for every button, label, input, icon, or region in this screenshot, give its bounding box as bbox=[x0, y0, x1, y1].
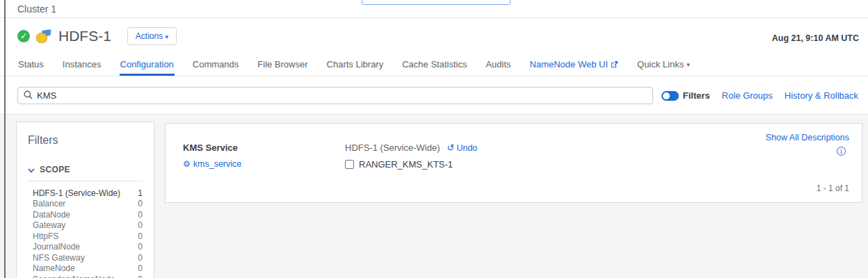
scope-item-count: 1 bbox=[138, 188, 143, 198]
scope-item-httpfs[interactable]: HttpFS 0 bbox=[33, 231, 143, 242]
config-property: KMS Service ⚙ kms_service bbox=[183, 142, 241, 169]
ranger-kms-checkbox[interactable] bbox=[345, 160, 354, 169]
tab-namenode-web-ui[interactable]: NameNode Web UI bbox=[529, 55, 619, 76]
tab-audits[interactable]: Audits bbox=[485, 55, 511, 76]
history-rollback-link[interactable]: History & Rollback bbox=[785, 90, 858, 101]
scope-item-label: HttpFS bbox=[33, 231, 58, 241]
scope-item-journalnode[interactable]: JournalNode 0 bbox=[33, 242, 143, 253]
scope-item-label: NFS Gateway bbox=[33, 253, 85, 263]
tab-configuration[interactable]: Configuration bbox=[120, 55, 175, 76]
scope-item-gateway[interactable]: Gateway 0 bbox=[33, 220, 143, 231]
scope-item-count: 0 bbox=[138, 275, 143, 278]
config-property-id-link[interactable]: kms_service bbox=[193, 159, 241, 169]
actions-button-label: Actions bbox=[136, 31, 163, 41]
pagination-label: 1 - 1 of 1 bbox=[817, 183, 849, 193]
tab-label: Status bbox=[18, 59, 44, 70]
tab-label: Quick Links bbox=[637, 59, 684, 70]
filters-panel-title: Filters bbox=[28, 134, 143, 147]
tab-instances[interactable]: Instances bbox=[62, 55, 102, 76]
scope-item-label: Gateway bbox=[33, 220, 65, 230]
undo-icon: ↺ bbox=[447, 142, 455, 153]
tab-commands[interactable]: Commands bbox=[192, 55, 239, 76]
filters-toggle[interactable]: Filters bbox=[661, 90, 710, 101]
tab-status[interactable]: Status bbox=[17, 55, 45, 76]
scope-section-label: SCOPE bbox=[40, 165, 70, 174]
tab-label: Configuration bbox=[120, 59, 174, 70]
external-link-icon bbox=[611, 60, 618, 68]
config-results-card: Show All Descriptions i KMS Service ⚙ km… bbox=[165, 123, 862, 203]
search-controls: Filters Role Groups History & Rollback bbox=[661, 90, 858, 101]
scope-item-count: 0 bbox=[138, 199, 143, 208]
filters-toggle-label: Filters bbox=[683, 90, 710, 101]
scope-item-secondarynamenode[interactable]: SecondaryNameNode 0 bbox=[33, 274, 143, 278]
tab-label: File Browser bbox=[257, 59, 307, 70]
scope-filter-list: HDFS-1 (Service-Wide) 1 Balancer 0 DataN… bbox=[28, 188, 143, 278]
chevron-down-icon: ▾ bbox=[686, 61, 690, 68]
hdfs-service-icon bbox=[36, 29, 51, 43]
page-header: Cluster 1 ✓ HDFS-1 Actions ▾ Aug 21, 9:1… bbox=[0, 0, 868, 115]
search-box[interactable] bbox=[17, 87, 653, 104]
health-ok-icon: ✓ bbox=[17, 30, 30, 42]
chevron-down-icon bbox=[28, 163, 35, 176]
scope-item-label: Balancer bbox=[33, 199, 65, 208]
role-groups-link[interactable]: Role Groups bbox=[722, 90, 773, 101]
tab-quick-links[interactable]: Quick Links ▾ bbox=[636, 55, 691, 76]
scope-item-count: 0 bbox=[138, 253, 143, 263]
tab-label: Cache Statistics bbox=[402, 59, 467, 70]
clipped-dialog bbox=[362, 0, 511, 5]
tab-label: Instances bbox=[63, 59, 102, 70]
tab-label: Commands bbox=[193, 59, 239, 70]
scope-item-namenode[interactable]: NameNode 0 bbox=[33, 263, 143, 275]
actions-button[interactable]: Actions ▾ bbox=[127, 27, 177, 45]
scope-item-service-wide[interactable]: HDFS-1 (Service-Wide) 1 bbox=[33, 188, 143, 199]
config-scope-label: HDFS-1 (Service-Wide) bbox=[345, 142, 440, 153]
search-icon bbox=[24, 90, 33, 102]
scope-item-count: 0 bbox=[138, 231, 143, 241]
undo-link[interactable]: ↺ Undo bbox=[447, 142, 478, 153]
scope-item-label: JournalNode bbox=[33, 242, 80, 252]
config-search-row: Filters Role Groups History & Rollback bbox=[0, 76, 868, 115]
tab-cache-statistics[interactable]: Cache Statistics bbox=[401, 55, 467, 76]
chevron-down-icon: ▾ bbox=[166, 33, 169, 40]
scope-item-count: 0 bbox=[138, 220, 143, 230]
page-title: HDFS-1 bbox=[58, 28, 111, 44]
scope-item-nfs-gateway[interactable]: NFS Gateway 0 bbox=[33, 252, 143, 263]
search-input[interactable] bbox=[37, 90, 647, 101]
cogs-icon: ⚙ bbox=[183, 159, 191, 169]
scope-section-header[interactable]: SCOPE bbox=[28, 163, 143, 176]
scope-item-count: 0 bbox=[138, 263, 143, 273]
ranger-kms-checkbox-label: RANGER_KMS_KTS-1 bbox=[359, 159, 453, 170]
tab-label: Charts Library bbox=[327, 59, 384, 70]
window-left-edge bbox=[4, 0, 6, 278]
scope-item-balancer[interactable]: Balancer 0 bbox=[33, 199, 143, 210]
scope-divider bbox=[28, 181, 143, 181]
config-value: HDFS-1 (Service-Wide) ↺ Undo RANGER_KMS_… bbox=[345, 142, 477, 170]
config-property-name: KMS Service bbox=[183, 142, 241, 153]
scope-item-count: 0 bbox=[138, 242, 143, 252]
tab-label: NameNode Web UI bbox=[530, 59, 608, 70]
scope-item-label: NameNode bbox=[33, 263, 75, 273]
filters-panel: Filters SCOPE HDFS-1 (Service-Wide) 1 Ba… bbox=[16, 122, 154, 278]
info-icon[interactable]: i bbox=[837, 147, 846, 156]
tab-file-browser[interactable]: File Browser bbox=[257, 55, 308, 76]
scope-item-label: DataNode bbox=[33, 210, 70, 220]
tab-charts-library[interactable]: Charts Library bbox=[326, 55, 385, 76]
tab-bar: Status Instances Configuration Commands … bbox=[0, 51, 868, 76]
service-header: ✓ HDFS-1 Actions ▾ Aug 21, 9:10 AM UTC bbox=[0, 18, 868, 51]
undo-link-label: Undo bbox=[456, 143, 477, 153]
scope-item-label: SecondaryNameNode bbox=[33, 275, 115, 278]
breadcrumb[interactable]: Cluster 1 bbox=[17, 3, 56, 15]
scope-item-datanode[interactable]: DataNode 0 bbox=[33, 209, 143, 220]
tab-label: Audits bbox=[485, 59, 511, 70]
show-all-descriptions-link[interactable]: Show All Descriptions bbox=[766, 133, 849, 142]
timestamp: Aug 21, 9:10 AM UTC bbox=[772, 33, 859, 43]
scope-item-count: 0 bbox=[138, 210, 143, 220]
scope-item-label: HDFS-1 (Service-Wide) bbox=[33, 188, 120, 198]
page-body: Filters SCOPE HDFS-1 (Service-Wide) 1 Ba… bbox=[0, 115, 868, 278]
toggle-on-icon[interactable] bbox=[661, 91, 679, 101]
